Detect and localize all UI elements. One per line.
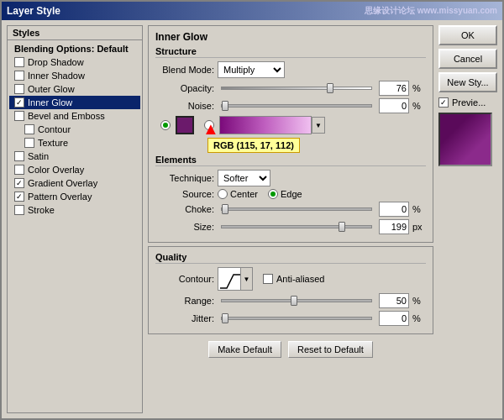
title-bar: Layer Style 思缘设计论坛 www.missyuan.com	[2, 2, 502, 20]
gradient-bar-container: ▼	[219, 116, 325, 134]
watermark: 思缘设计论坛 www.missyuan.com	[365, 5, 497, 17]
texture-checkbox[interactable]	[24, 138, 34, 148]
inner-glow-label: Inner Glow	[28, 97, 72, 108]
sidebar-item-stroke[interactable]: Stroke	[9, 203, 140, 217]
inner-shadow-checkbox[interactable]	[14, 71, 24, 81]
color-overlay-label: Color Overlay	[28, 165, 84, 175]
jitter-row: Jitter: %	[155, 311, 426, 326]
sidebar-item-outer-glow[interactable]: Outer Glow	[9, 82, 140, 96]
window-title: Layer Style	[7, 5, 60, 17]
satin-label: Satin	[28, 151, 49, 161]
main-content: Inner Glow Structure Blend Mode: Multipl…	[148, 25, 433, 413]
opacity-unit: %	[412, 83, 426, 93]
noise-slider[interactable]	[221, 104, 372, 108]
sidebar-item-drop-shadow[interactable]: Drop Shadow	[9, 55, 140, 69]
gradient-overlay-checkbox[interactable]: ✓	[14, 178, 24, 188]
sidebar-item-blending-options[interactable]: Blending Options: Default	[9, 42, 140, 55]
jitter-slider[interactable]	[221, 317, 372, 320]
outer-glow-label: Outer Glow	[28, 84, 75, 94]
choke-slider[interactable]	[221, 207, 372, 211]
bevel-emboss-checkbox[interactable]	[14, 111, 24, 121]
layer-list: Blending Options: Default Drop Shadow In…	[8, 40, 142, 412]
preview-row: ✓ Previe...	[438, 97, 497, 108]
contour-swatch[interactable]	[218, 267, 241, 291]
noise-input[interactable]	[379, 98, 409, 113]
styles-header: Styles	[8, 26, 142, 40]
preview-checkbox[interactable]: ✓	[438, 97, 449, 108]
drop-shadow-label: Drop Shadow	[28, 57, 84, 67]
elements-section: Elements Technique: Softer Precise Sourc…	[155, 155, 426, 234]
range-label: Range:	[155, 296, 214, 306]
size-input[interactable]	[379, 219, 409, 234]
sidebar-item-pattern-overlay[interactable]: ✓ Pattern Overlay	[9, 190, 140, 203]
sidebar-item-color-overlay[interactable]: Color Overlay	[9, 163, 140, 176]
elements-label: Elements	[155, 155, 426, 166]
bevel-emboss-label: Bevel and Emboss	[28, 111, 105, 121]
size-slider[interactable]	[221, 225, 372, 228]
sidebar-item-gradient-overlay[interactable]: ✓ Gradient Overlay	[9, 176, 140, 190]
gradient-dropdown-arrow[interactable]: ▼	[312, 117, 325, 134]
solid-color-radio[interactable]	[160, 120, 171, 130]
gradient-bar[interactable]	[219, 116, 312, 134]
choke-input[interactable]	[379, 202, 409, 217]
ok-button[interactable]: OK	[438, 25, 497, 45]
center-radio-label: Center	[218, 189, 258, 199]
satin-checkbox[interactable]	[14, 151, 24, 161]
quality-panel: Quality Contour: ▼ Anti-alia	[148, 246, 433, 334]
outer-glow-checkbox[interactable]	[14, 84, 24, 94]
new-style-button[interactable]: New Sty...	[438, 72, 497, 92]
pattern-overlay-checkbox[interactable]: ✓	[14, 192, 24, 202]
noise-label: Noise:	[155, 101, 214, 111]
sidebar-item-inner-glow[interactable]: ✓ Inner Glow	[9, 96, 140, 109]
contour-dropdown[interactable]: ▼	[241, 267, 253, 291]
technique-select[interactable]: Softer Precise	[218, 170, 270, 186]
edge-label: Edge	[281, 189, 302, 199]
reset-to-default-button[interactable]: Reset to Default	[288, 341, 373, 358]
contour-checkbox[interactable]	[24, 124, 34, 134]
choke-row: Choke: %	[155, 202, 426, 217]
texture-label: Texture	[38, 138, 68, 148]
jitter-input[interactable]	[379, 311, 409, 326]
color-tooltip: RGB (115, 17, 112)	[207, 138, 300, 153]
gradient-overlay-label: Gradient Overlay	[28, 178, 97, 188]
contour-label: Contour:	[155, 274, 214, 284]
blend-mode-label: Blend Mode:	[155, 65, 214, 75]
technique-label: Technique:	[155, 173, 214, 183]
quality-title: Quality	[155, 252, 426, 264]
sidebar-item-satin[interactable]: Satin	[9, 150, 140, 163]
opacity-input[interactable]	[379, 81, 409, 96]
opacity-row: Opacity: %	[155, 81, 426, 96]
center-radio[interactable]	[218, 189, 228, 199]
center-label: Center	[230, 189, 258, 199]
range-input[interactable]	[379, 293, 409, 308]
preview-label: Previe...	[452, 97, 486, 108]
inner-glow-checkbox[interactable]: ✓	[14, 97, 24, 108]
contour-control: ▼	[218, 267, 253, 291]
blend-mode-row: Blend Mode: Multiply Normal Screen	[155, 61, 426, 78]
sidebar-item-bevel-emboss[interactable]: Bevel and Emboss	[9, 109, 140, 123]
stroke-checkbox[interactable]	[14, 205, 24, 215]
opacity-label: Opacity:	[155, 83, 214, 93]
edge-radio[interactable]	[268, 189, 278, 199]
cancel-button[interactable]: Cancel	[438, 49, 497, 69]
anti-alias-label: Anti-aliased	[276, 274, 324, 284]
sidebar-item-inner-shadow[interactable]: Inner Shadow	[9, 69, 140, 82]
sidebar-item-texture[interactable]: Texture	[9, 136, 140, 150]
blend-mode-select[interactable]: Multiply Normal Screen	[218, 61, 285, 78]
anti-alias-checkbox[interactable]	[263, 274, 273, 284]
opacity-slider[interactable]	[221, 87, 372, 90]
inner-shadow-label: Inner Shadow	[28, 71, 85, 81]
noise-row: Noise: %	[155, 98, 426, 113]
side-buttons: OK Cancel New Sty... ✓ Previe...	[438, 25, 497, 413]
make-default-button[interactable]: Make Default	[208, 341, 281, 358]
color-row: ▲ RGB (115, 17, 112) ▼	[155, 116, 426, 134]
anti-alias-container: Anti-aliased	[263, 274, 324, 284]
drop-shadow-checkbox[interactable]	[14, 57, 24, 67]
range-slider[interactable]	[221, 299, 372, 302]
pattern-overlay-label: Pattern Overlay	[28, 192, 92, 202]
color-overlay-checkbox[interactable]	[14, 165, 24, 175]
sidebar-item-contour[interactable]: Contour	[9, 123, 140, 136]
noise-unit: %	[412, 101, 426, 111]
window-body: Styles Blending Options: Default Drop Sh…	[2, 20, 502, 418]
color-swatch[interactable]	[176, 116, 194, 134]
